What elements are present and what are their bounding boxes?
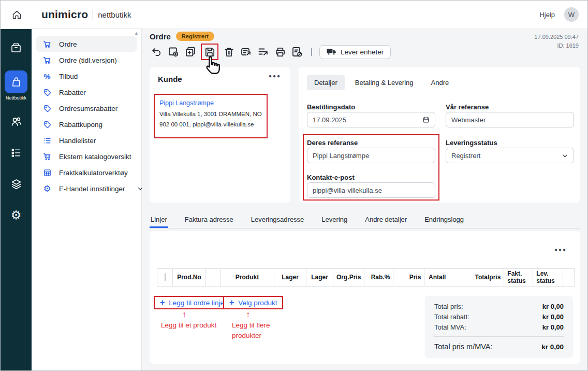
pick-product-button[interactable]: + Velg produkt: [224, 297, 282, 308]
send-icon[interactable]: [239, 45, 253, 59]
col-fakt-status[interactable]: Fakt. status: [504, 269, 533, 287]
tab-linjer[interactable]: Linjer: [150, 211, 168, 228]
archive-icon[interactable]: [10, 41, 22, 54]
col-lager-1[interactable]: Lager: [274, 269, 306, 287]
scroll-up-icon[interactable]: ▲: [134, 31, 139, 36]
tab-leveringsadresse[interactable]: Leveringsadresse: [250, 211, 305, 228]
tab-endringslogg[interactable]: Endringslogg: [423, 211, 465, 228]
add-order-line-button[interactable]: + Legg til ordre linje: [155, 297, 229, 308]
our-reference-field[interactable]: [446, 112, 574, 127]
pick-product-label: Velg produkt: [238, 299, 277, 307]
select-all-checkbox[interactable]: [165, 273, 166, 281]
customer-name-link[interactable]: Pippi Langstrømpe: [159, 99, 264, 107]
col-prodno[interactable]: Prod.No: [173, 269, 206, 287]
brand: unimicro nettbutikk: [41, 8, 131, 21]
order-lines-card: ●●● Prod.No Produkt Lager Lager Org.Pris…: [150, 231, 580, 364]
grand-total-value: kr 0,00: [541, 343, 564, 351]
contact-email-field[interactable]: [307, 182, 435, 198]
checklist-icon[interactable]: [10, 147, 22, 159]
col-orgpris[interactable]: Org.Pris: [333, 269, 364, 287]
tab-faktura-adresse[interactable]: Faktura adresse: [184, 211, 234, 228]
tab-detaljer[interactable]: Detaljer: [307, 75, 345, 90]
new-document-icon[interactable]: [167, 45, 180, 59]
contact-email-input[interactable]: [313, 187, 430, 194]
col-produkt[interactable]: Produkt: [220, 269, 274, 287]
avatar[interactable]: W: [564, 7, 579, 22]
tag-icon: [42, 88, 52, 97]
order-id: ID: 1619: [534, 41, 579, 50]
contact-email-label: Kontakt-e-post: [307, 174, 355, 181]
chevron-down-icon: [562, 152, 568, 159]
sidebar-item-tilbud[interactable]: % Tilbud: [36, 68, 137, 84]
cancel-document-icon[interactable]: [290, 45, 304, 59]
tab-andre[interactable]: Andre: [424, 75, 457, 90]
tab-andre-detaljer[interactable]: Andre detaljer: [364, 211, 408, 228]
plus-icon: +: [229, 298, 234, 307]
brand-divider: [93, 10, 93, 20]
truck-icon: [327, 48, 336, 55]
sidebar-item-ordre[interactable]: Ordre: [36, 36, 137, 52]
tag-icon: [42, 120, 52, 129]
col-totalpris[interactable]: Totalpris: [449, 269, 504, 287]
col-rab[interactable]: Rab.%: [364, 269, 393, 287]
their-reference-field[interactable]: [307, 148, 435, 163]
their-reference-input[interactable]: [313, 152, 430, 160]
copy-add-icon[interactable]: [184, 45, 197, 59]
brand-name: unimicro: [41, 8, 88, 21]
order-date-field[interactable]: 17.09.2025: [307, 112, 435, 127]
customers-icon[interactable]: [10, 115, 23, 128]
export-lines-icon[interactable]: [256, 45, 270, 59]
col-lager-2[interactable]: Lager: [306, 269, 333, 287]
settings-icon[interactable]: ⚙: [11, 209, 22, 221]
delete-icon[interactable]: [222, 45, 236, 59]
delivery-status-label: Leveringsstatus: [446, 139, 497, 147]
layers-icon[interactable]: [10, 178, 23, 191]
percent-icon: %: [42, 72, 52, 81]
nettbutikk-tab[interactable]: [5, 70, 27, 93]
sidebar-item-handlelister[interactable]: Handlelister: [36, 133, 137, 148]
save-highlight-box: [201, 44, 218, 60]
calendar-icon[interactable]: [422, 116, 430, 123]
sidebar-item-label: Fraktkalkulatorverktøy: [59, 169, 128, 177]
total-price-value: kr 0,00: [542, 303, 564, 310]
customer-address: Villa Villekulla 1, 3001 DRAMMEN, NO: [159, 111, 264, 117]
shop-bag-icon: [10, 76, 22, 88]
col-antall[interactable]: Antall: [424, 269, 449, 287]
sidebar-item-rabatter[interactable]: Rabatter: [36, 84, 137, 100]
plus-icon: +: [160, 298, 165, 307]
customer-annotation-box: Pippi Langstrømpe Villa Villekulla 1, 30…: [154, 94, 268, 138]
order-lines-table: Prod.No Produkt Lager Lager Org.Pris Rab…: [157, 268, 575, 287]
main-content: Ordre Registrert 17.09.2025 09:47 ID: 16…: [142, 29, 587, 370]
gear-icon: ⚙: [42, 184, 52, 193]
tab-levering[interactable]: Levering: [320, 211, 348, 228]
lines-menu-icon[interactable]: ●●●: [554, 247, 567, 252]
sidebar-item-ordre-tidl[interactable]: Ordre (tidl.versjon): [36, 52, 137, 68]
undo-icon[interactable]: [150, 45, 163, 59]
our-reference-input[interactable]: [451, 116, 568, 124]
help-link[interactable]: Hjelp: [539, 11, 555, 19]
customer-menu-icon[interactable]: ●●●: [269, 73, 281, 79]
print-icon[interactable]: [273, 45, 287, 59]
our-reference-label: Vår referanse: [446, 103, 489, 111]
sidebar-item-label: Ekstern katalogoversikt: [59, 153, 131, 161]
deliver-units-button[interactable]: Lever enheter: [319, 45, 391, 59]
sidebar-item-ekstern-katalogoversikt[interactable]: Ekstern katalogoversikt: [36, 149, 137, 164]
cart-grid-icon: [42, 152, 52, 161]
total-vat-label: Total MVA:: [434, 323, 466, 331]
col-pris[interactable]: Pris: [393, 269, 424, 287]
sidebar-item-label: Rabatter: [59, 89, 86, 96]
annotation-note-add-one: Legg til et produkt: [161, 320, 217, 331]
tab-betaling-levering[interactable]: Betaling & Levering: [348, 75, 421, 90]
col-lev-status[interactable]: Lev. status: [533, 269, 563, 287]
sidebar-item-fraktkalkulatorverktoy[interactable]: Fraktkalkulatorverktøy: [36, 165, 137, 180]
sidebar-item-rabattkupong[interactable]: Rabattkupong: [36, 117, 137, 132]
save-icon[interactable]: [203, 45, 216, 59]
col-actions: [563, 269, 575, 287]
order-date-label: Bestillingsdato: [307, 103, 355, 111]
delivery-status-select[interactable]: Registrert: [446, 148, 574, 163]
sidebar-item-ordresumsrabatter[interactable]: Ordresumsrabatter: [36, 101, 137, 116]
sidebar-item-label: Handlelister: [59, 137, 96, 145]
sidebar-item-ehandel-innstillinger[interactable]: ⚙ E-Handel innstillinger: [36, 181, 137, 196]
home-icon[interactable]: [11, 9, 22, 20]
annotation-note-add-many: Legg til flere produkter: [232, 320, 294, 340]
